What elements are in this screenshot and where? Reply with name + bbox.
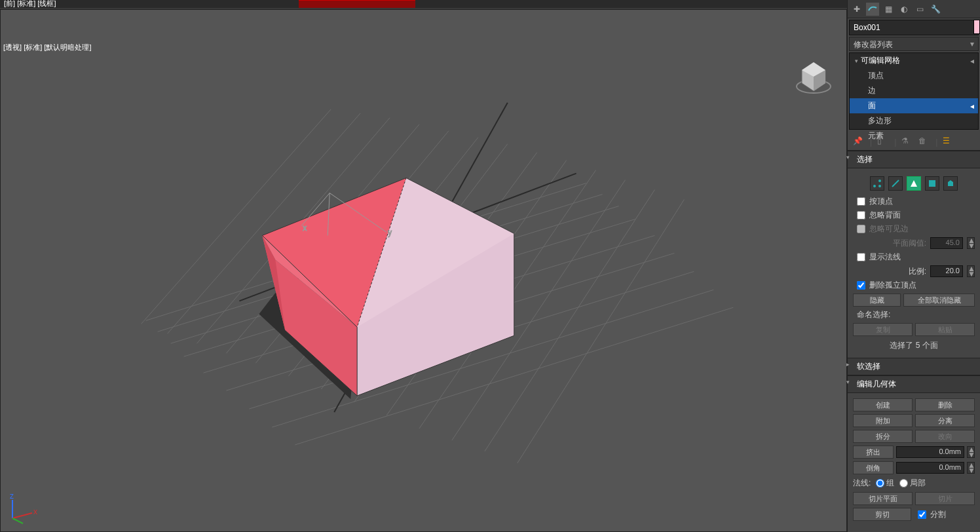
- slice-plane-button[interactable]: 切片平面: [853, 492, 913, 505]
- svg-line-19: [518, 200, 685, 463]
- configure-sets-icon[interactable]: ☰: [943, 136, 954, 148]
- paste-named-sel-button: 粘贴: [915, 323, 975, 336]
- svg-marker-57: [911, 180, 917, 187]
- object-name-field[interactable]: Box001: [849, 20, 979, 35]
- extrude-spinner[interactable]: 0.0mm: [896, 446, 964, 458]
- attach-button[interactable]: 附加: [853, 414, 913, 427]
- svg-text:x: x: [33, 507, 37, 516]
- svg-point-53: [873, 185, 876, 187]
- hide-button[interactable]: 隐藏: [853, 294, 901, 307]
- viewcube[interactable]: [794, 57, 833, 96]
- copy-named-sel-button: 复制: [853, 323, 913, 336]
- show-normals-checkbox[interactable]: 显示法线: [853, 250, 975, 264]
- delete-iso-verts-checkbox[interactable]: 删除孤立顶点: [853, 278, 975, 292]
- display-tab-icon[interactable]: ▭: [913, 3, 926, 16]
- ignore-visible-edge-checkbox: 忽略可见边: [853, 222, 975, 236]
- viewport-3d-scene: x y: [1, 10, 846, 532]
- object-color-swatch[interactable]: [973, 20, 980, 34]
- show-end-result-icon[interactable]: ▯: [877, 136, 889, 148]
- plane-threshold-row: 平面阈值: 45.0 ▲▼: [853, 236, 975, 250]
- top-viewport-label[interactable]: [前] [标准] [线框]: [4, 0, 56, 9]
- make-unique-icon[interactable]: ⚗: [901, 136, 913, 148]
- modifier-stack[interactable]: 可编辑网格 顶点 边 面 多边形 元素: [849, 52, 979, 130]
- normal-scale-spinner[interactable]: 20.0: [930, 265, 963, 277]
- timeline-red-segment[interactable]: [299, 0, 415, 8]
- modifier-list-dropdown[interactable]: 修改器列表: [849, 37, 979, 51]
- delete-button[interactable]: 删除: [915, 398, 975, 411]
- rollout-edit-geometry-body: 创建 删除 附加 分离 拆分 改向 挤出 0.0mm ▲▼ 倒角 0.0mm ▲…: [848, 393, 980, 527]
- plane-threshold-arrows: ▲▼: [967, 237, 975, 249]
- pin-stack-icon[interactable]: 📌: [853, 136, 865, 148]
- stack-sub-vertex[interactable]: 顶点: [850, 68, 978, 83]
- create-button[interactable]: 创建: [853, 398, 913, 411]
- extrude-button[interactable]: 挤出: [853, 446, 894, 459]
- command-panel: ✚ ▦ ◐ ▭ 🔧 Box001 修改器列表 可编辑网格 顶点 边 面 多边形 …: [847, 0, 980, 532]
- rollout-selection-body: 按顶点 忽略背面 忽略可见边 平面阈值: 45.0 ▲▼ 显示法线 比例: 20…: [848, 168, 980, 358]
- extrude-arrows[interactable]: ▲▼: [967, 446, 975, 458]
- rollout-soft-selection-header[interactable]: 软选择: [848, 358, 980, 375]
- svg-text:z: z: [10, 493, 14, 501]
- split-button[interactable]: 拆分: [853, 430, 913, 443]
- svg-point-54: [878, 180, 881, 182]
- svg-line-56: [892, 180, 899, 187]
- stack-sub-polygon[interactable]: 多边形: [850, 113, 978, 128]
- selection-status: 选择了 5 个面: [853, 337, 975, 354]
- named-selection-label: 命名选择:: [853, 308, 975, 322]
- create-tab-icon[interactable]: ✚: [850, 3, 863, 16]
- svg-point-55: [878, 185, 881, 187]
- top-viewport-strip: [前] [标准] [线框]: [0, 0, 847, 8]
- ignore-backface-checkbox[interactable]: 忽略背面: [853, 208, 975, 222]
- normal-scale-row: 比例: 20.0 ▲▼: [853, 264, 975, 278]
- so-vertex-icon[interactable]: [870, 176, 884, 191]
- chamfer-arrows[interactable]: ▲▼: [967, 462, 975, 474]
- so-edge-icon[interactable]: [888, 176, 903, 191]
- reverse-button: 改向: [915, 430, 975, 443]
- plane-threshold-spinner: 45.0: [930, 237, 963, 249]
- so-element-icon[interactable]: [943, 176, 958, 191]
- svg-rect-58: [929, 180, 935, 187]
- normal-mode-row: 法线: 组 局部: [853, 476, 975, 491]
- svg-line-52: [12, 518, 23, 523]
- split-checkbox[interactable]: 分割: [914, 508, 975, 522]
- stack-sub-face[interactable]: 面: [850, 98, 978, 113]
- svg-text:y: y: [388, 228, 392, 237]
- command-panel-tabs: ✚ ▦ ◐ ▭ 🔧: [848, 0, 980, 18]
- svg-text:x: x: [303, 223, 307, 233]
- svg-line-50: [12, 513, 32, 518]
- so-face-icon[interactable]: [907, 176, 921, 191]
- rollout-selection-header[interactable]: 选择: [848, 151, 980, 168]
- perspective-viewport[interactable]: [透视] [标准] [默认明暗处理]: [0, 9, 847, 532]
- unhide-all-button[interactable]: 全部取消隐藏: [903, 294, 975, 307]
- normal-scale-arrows[interactable]: ▲▼: [967, 265, 975, 277]
- stack-root-editable-mesh[interactable]: 可编辑网格: [850, 53, 978, 68]
- normal-group-radio[interactable]: 组: [876, 478, 894, 489]
- hierarchy-tab-icon[interactable]: ▦: [882, 3, 895, 16]
- normal-local-radio[interactable]: 局部: [899, 478, 926, 489]
- cut-button[interactable]: 剪切: [853, 508, 911, 521]
- slice-button: 切片: [915, 492, 975, 505]
- rollout-edit-geometry-header[interactable]: 编辑几何体: [848, 375, 980, 393]
- chamfer-spinner[interactable]: 0.0mm: [896, 462, 964, 474]
- subobject-level-icons: [853, 172, 975, 195]
- axis-gizmo: z x: [6, 493, 37, 525]
- modify-tab-icon[interactable]: [866, 3, 879, 16]
- motion-tab-icon[interactable]: ◐: [897, 3, 911, 16]
- utilities-tab-icon[interactable]: 🔧: [929, 3, 942, 16]
- by-vertex-checkbox[interactable]: 按顶点: [853, 195, 975, 208]
- remove-modifier-icon[interactable]: 🗑: [918, 136, 930, 148]
- detach-button[interactable]: 分离: [915, 414, 975, 427]
- stack-sub-edge[interactable]: 边: [850, 83, 978, 98]
- so-polygon-icon[interactable]: [925, 176, 939, 191]
- chamfer-button[interactable]: 倒角: [853, 461, 894, 474]
